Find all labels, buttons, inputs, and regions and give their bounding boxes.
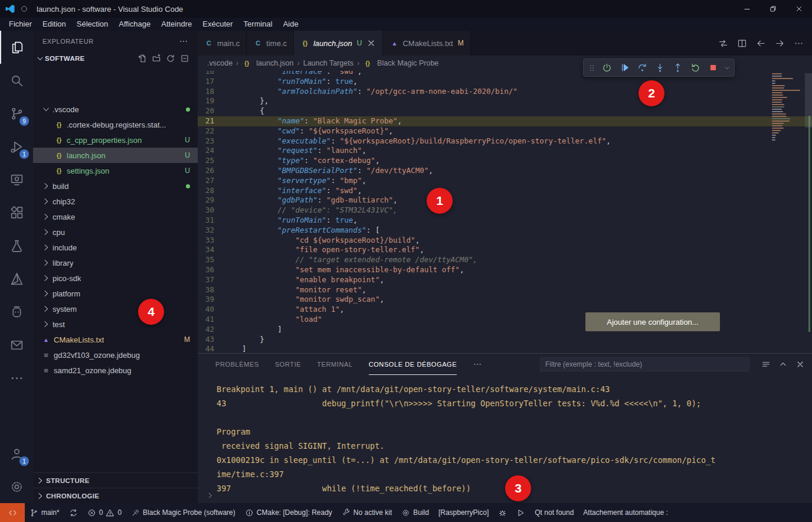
- menu-item-exécuter[interactable]: Exécuter: [197, 18, 238, 31]
- status-auto-attach[interactable]: Attachement automatique :: [578, 503, 672, 522]
- tree-item-system[interactable]: system: [33, 301, 198, 317]
- new-file-icon[interactable]: [137, 54, 147, 63]
- panel-tab-console-de-d-bogage[interactable]: CONSOLE DE DÉBOGAGE: [369, 354, 457, 375]
- activity-mail[interactable]: [0, 328, 33, 361]
- continue-button[interactable]: [617, 60, 633, 76]
- menu-item-affichage[interactable]: Affichage: [113, 18, 156, 31]
- tree-item-cmake[interactable]: cmake: [33, 209, 198, 224]
- code-line-34[interactable]: 34 "file open-story-teller.elf",: [198, 245, 812, 255]
- activity-accounts[interactable]: 1: [0, 437, 33, 470]
- code-line-24[interactable]: 24 "request": "launch",: [198, 146, 812, 156]
- status-build-target[interactable]: [RaspberryPico]: [434, 503, 493, 522]
- tree-item-pico-sdk[interactable]: pico-sdk: [33, 270, 198, 286]
- status-problems-indicator[interactable]: 00: [83, 503, 126, 522]
- minimap[interactable]: [772, 73, 805, 150]
- menu-item-edition[interactable]: Edition: [37, 18, 71, 31]
- code-line-43[interactable]: 43 }: [198, 335, 812, 345]
- activity-remote-explorer[interactable]: [0, 163, 33, 196]
- activity-run-and-debug[interactable]: 1: [0, 130, 33, 163]
- panel-tab-terminal[interactable]: TERMINAL: [317, 354, 352, 375]
- new-folder-icon[interactable]: [152, 54, 161, 63]
- tree-item-gd32vf103-ozone-jdebug[interactable]: ≡gd32vf103_ozone.jdebug: [33, 347, 198, 363]
- navigate-back-icon[interactable]: [756, 38, 766, 48]
- tree-item-settings-json[interactable]: {}settings.jsonU: [33, 163, 198, 178]
- stop-dropdown-button[interactable]: [723, 60, 731, 76]
- minimize-button[interactable]: [734, 0, 760, 18]
- activity-search[interactable]: [0, 64, 33, 97]
- activity-testing[interactable]: [0, 229, 33, 262]
- section-structure[interactable]: STRUCTURE: [33, 472, 198, 488]
- step-out-button[interactable]: [670, 60, 686, 76]
- code-line-26[interactable]: 26 "BMPGDBSerialPort": "/dev/ttyACM0",: [198, 166, 812, 176]
- code-line-29[interactable]: 29 "gdbPath": "gdb-multiarch",: [198, 195, 812, 205]
- add-configuration-button[interactable]: Ajouter une configuration...: [585, 312, 720, 331]
- breadcrumb-item[interactable]: .vscode: [207, 59, 233, 67]
- close-tab-icon[interactable]: [366, 38, 376, 48]
- activity-cmake[interactable]: [0, 262, 33, 295]
- panel-tab-sortie[interactable]: SORTIE: [275, 354, 301, 375]
- console-input-chevron-icon[interactable]: [206, 491, 214, 500]
- close-window-button[interactable]: [786, 0, 812, 18]
- status-cmake-status[interactable]: CMake: [Debug]: Ready: [240, 503, 337, 522]
- breadcrumb-item[interactable]: launch.json: [256, 59, 293, 67]
- code-line-17[interactable]: 17 "runToMain": true,: [198, 77, 812, 87]
- navigate-forward-icon[interactable]: [775, 38, 785, 48]
- tree-item-cmakelists-txt[interactable]: ▲CMakeLists.txtM: [33, 332, 198, 347]
- status-cmake-launch-button[interactable]: [512, 503, 530, 522]
- panel-tab-probl-mes[interactable]: PROBLÈMES: [215, 354, 259, 375]
- status-cmake-kit[interactable]: No active kit: [337, 503, 397, 522]
- code-line-23[interactable]: 23 "executable": "${workspaceRoot}/build…: [198, 136, 812, 146]
- tree-item-launch-json[interactable]: {}launch.jsonU: [33, 148, 198, 163]
- code-line-27[interactable]: 27 "servertype": "bmp",: [198, 176, 812, 186]
- editor-code-area[interactable]: 16 "interface": "swd",17 "runToMain": tr…: [198, 71, 812, 353]
- editor-more-icon[interactable]: [794, 38, 804, 48]
- workspace-section-header[interactable]: SOFTWARE: [33, 51, 198, 66]
- tree-item-cpu[interactable]: cpu: [33, 224, 198, 240]
- code-line-36[interactable]: 36 "set mem inaccessible-by-default off"…: [198, 265, 812, 275]
- tree-item-samd21-ozone-jdebug[interactable]: ≡samd21_ozone.jdebug: [33, 363, 198, 378]
- tab-time-c[interactable]: Ctime.c: [247, 31, 294, 56]
- tree-item-include[interactable]: include: [33, 240, 198, 255]
- toolbar-grip-handle[interactable]: [587, 60, 597, 76]
- tree-item-test[interactable]: test: [33, 317, 198, 332]
- tree-item-build[interactable]: build: [33, 178, 198, 194]
- debug-console-filter-input[interactable]: [540, 357, 749, 371]
- activity-settings[interactable]: [0, 470, 33, 503]
- code-line-21[interactable]: 21 "name": "Black Magic Probe",: [198, 116, 812, 126]
- code-line-18[interactable]: 18 "armToolchainPath": "/opt/gcc-arm-non…: [198, 87, 812, 97]
- refresh-icon[interactable]: [166, 54, 175, 63]
- stop-button[interactable]: [705, 60, 721, 76]
- close-panel-icon[interactable]: [795, 360, 805, 369]
- breadcrumb-item[interactable]: Black Magic Probe: [377, 59, 438, 67]
- code-line-39[interactable]: 39 "monitor swdp_scan",: [198, 295, 812, 305]
- collapse-all-icon[interactable]: [180, 54, 189, 63]
- activity-source-control[interactable]: 9: [0, 97, 33, 130]
- tree-item--vscode[interactable]: .vscode: [33, 102, 198, 117]
- status-qt-status[interactable]: Qt not found: [530, 503, 578, 522]
- activity-explorer[interactable]: [0, 31, 33, 64]
- menu-item-sélection[interactable]: Sélection: [71, 18, 113, 31]
- restart-button[interactable]: [687, 60, 703, 76]
- activity-platformio[interactable]: [0, 295, 33, 328]
- status-debug-config[interactable]: Black Magic Probe (software): [126, 503, 240, 522]
- restore-button[interactable]: [760, 0, 786, 18]
- step-over-button[interactable]: [634, 60, 650, 76]
- code-line-44[interactable]: 44 ]: [198, 344, 812, 353]
- status-cmake-debug-button[interactable]: [493, 503, 512, 522]
- status-sync-button[interactable]: [64, 503, 83, 522]
- section-chronologie[interactable]: CHRONOLOGIE: [33, 488, 198, 503]
- code-line-37[interactable]: 37 "enable breakpoint",: [198, 275, 812, 285]
- open-changes-icon[interactable]: [718, 38, 728, 48]
- code-line-32[interactable]: 32 "preRestartCommands": [: [198, 226, 812, 236]
- code-line-20[interactable]: 20 {: [198, 106, 812, 116]
- status-git-branch[interactable]: main*: [25, 503, 64, 522]
- pause-button[interactable]: [599, 60, 615, 76]
- code-line-35[interactable]: 35 // "target extended-remote /dev/ttyAC…: [198, 255, 812, 265]
- code-line-19[interactable]: 19 },: [198, 96, 812, 106]
- code-line-30[interactable]: 30 // "device": "STM32L431VC",: [198, 205, 812, 216]
- tree-item-chip32[interactable]: chip32: [33, 194, 198, 209]
- code-line-33[interactable]: 33 "cd ${workspaceRoot}/build",: [198, 236, 812, 246]
- menu-item-aide[interactable]: Aide: [278, 18, 304, 31]
- menu-item-fichier[interactable]: Fichier: [4, 18, 37, 31]
- panel-more-icon[interactable]: [473, 360, 482, 369]
